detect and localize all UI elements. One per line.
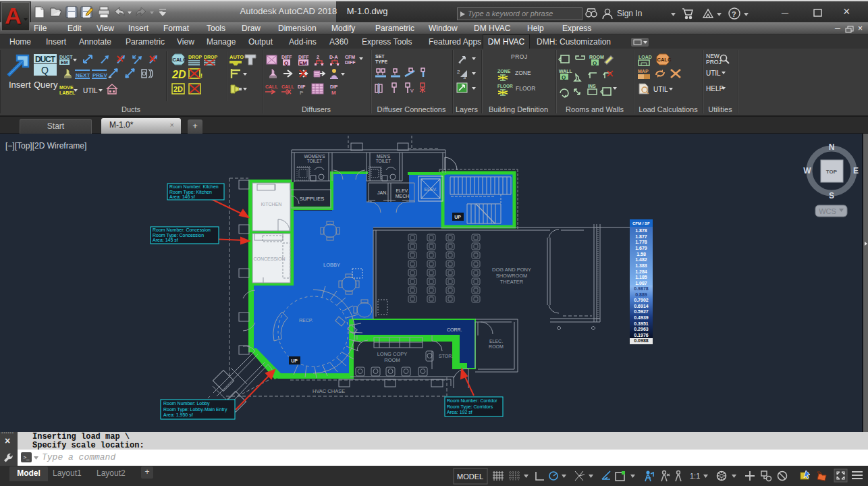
svg-text:2D: 2D — [171, 69, 186, 80]
svg-text:Insert: Insert — [9, 80, 31, 90]
svg-text:CFM: CFM — [345, 55, 355, 59]
svg-text:ROOM: ROOM — [589, 55, 604, 59]
svg-text:M: M — [331, 90, 336, 96]
svg-text:1.679: 1.679 — [635, 246, 647, 250]
svg-text:DUCT: DUCT — [59, 55, 73, 59]
svg-text:SUPPLIES: SUPPLIES — [300, 196, 325, 202]
svg-text:P: P — [300, 90, 304, 96]
svg-text:Room Type: Corridors: Room Type: Corridors — [447, 404, 493, 410]
svg-text:Area: 146 sf: Area: 146 sf — [169, 194, 195, 199]
svg-text:DROP: DROP — [188, 55, 202, 59]
svg-text:SHOWROOM: SHOWROOM — [496, 273, 528, 279]
svg-text:STOR.: STOR. — [439, 354, 453, 358]
svg-text:1.383: 1.383 — [635, 263, 647, 268]
svg-text:RECP.: RECP. — [299, 318, 313, 323]
svg-text:CFM / SF: CFM / SF — [632, 221, 650, 225]
svg-text:Q: Q — [562, 74, 566, 80]
svg-text:CALL: CALL — [265, 84, 278, 89]
svg-text:LOAD: LOAD — [639, 55, 652, 59]
svg-text:1:1: 1:1 — [690, 472, 700, 480]
svg-text:ROOM: ROOM — [384, 357, 400, 363]
svg-text:E: E — [853, 166, 859, 176]
svg-text:3: 3 — [463, 74, 466, 80]
svg-text:TOILET: TOILET — [376, 159, 391, 163]
svg-text:UTIL: UTIL — [653, 86, 668, 93]
svg-text:DIFF: DIFF — [281, 55, 292, 59]
svg-text:ELEV.: ELEV. — [396, 188, 408, 193]
svg-text:MODEL: MODEL — [457, 473, 483, 481]
svg-text:Room Number: Kitchen: Room Number: Kitchen — [169, 184, 219, 189]
svg-text:CONCESSION: CONCESSION — [253, 256, 285, 261]
svg-text:LOBBY: LOBBY — [323, 262, 340, 268]
svg-text:LONG COPY: LONG COPY — [377, 351, 408, 357]
svg-text:Room Number: Concession: Room Number: Concession — [153, 227, 211, 232]
svg-text:WCS: WCS — [819, 207, 836, 215]
svg-text:UTIL: UTIL — [83, 87, 98, 94]
svg-text:DROP: DROP — [204, 55, 218, 59]
svg-text:0.0988: 0.0988 — [634, 338, 649, 343]
svg-text:V: V — [410, 88, 414, 93]
svg-text:0.1976: 0.1976 — [634, 333, 649, 338]
svg-text:TYPE: TYPE — [375, 59, 388, 64]
svg-text:1.284: 1.284 — [635, 269, 647, 274]
svg-text:Q: Q — [41, 65, 49, 76]
svg-text:FLOOR: FLOOR — [497, 84, 513, 88]
svg-text:MOVE: MOVE — [59, 85, 74, 90]
svg-text:TOILET: TOILET — [307, 159, 323, 163]
svg-text:WOMEN'S: WOMEN'S — [304, 154, 325, 159]
svg-text:1.58: 1.58 — [636, 252, 646, 256]
svg-text:D-A: D-A — [329, 55, 337, 59]
svg-text:Room Number: Lobby: Room Number: Lobby — [163, 401, 210, 406]
svg-text:0.889: 0.889 — [635, 292, 647, 297]
svg-text:CALC: CALC — [173, 57, 187, 63]
svg-text:1.778: 1.778 — [635, 240, 647, 244]
svg-text:1.087: 1.087 — [635, 281, 647, 286]
svg-text:Q: Q — [284, 60, 288, 66]
svg-text:ROOM: ROOM — [489, 344, 504, 349]
svg-text:PREV: PREV — [92, 72, 107, 78]
svg-text:TOP: TOP — [826, 169, 838, 175]
svg-text:INS: INS — [588, 84, 596, 88]
svg-text:!: ! — [200, 72, 202, 79]
svg-text:Query: Query — [34, 80, 58, 90]
svg-text:ZONE: ZONE — [515, 70, 531, 76]
svg-text:0.4939: 0.4939 — [634, 315, 649, 320]
svg-text:?: ? — [732, 10, 736, 18]
svg-text:Room Number: Corridor: Room Number: Corridor — [447, 398, 497, 403]
svg-text:MAP: MAP — [638, 69, 649, 74]
svg-text:MEN'S: MEN'S — [377, 154, 391, 159]
svg-text:2D: 2D — [173, 85, 183, 93]
svg-text:DIFF: DIFF — [298, 55, 309, 59]
svg-text:UP: UP — [291, 358, 298, 363]
svg-text:DIF: DIF — [330, 84, 338, 89]
svg-text:Area: 1,950 sf: Area: 1,950 sf — [163, 412, 193, 417]
svg-text:PROJ: PROJ — [706, 59, 722, 65]
svg-text:Area: 192 sf: Area: 192 sf — [447, 410, 472, 414]
svg-text:CORR.: CORR. — [447, 327, 462, 332]
svg-text:1.185: 1.185 — [635, 275, 647, 279]
svg-text:ZONE: ZONE — [497, 69, 511, 74]
svg-text:0.7902: 0.7902 — [634, 298, 649, 302]
svg-text:JAN.: JAN. — [377, 190, 387, 195]
svg-text:LABEL: LABEL — [59, 90, 76, 95]
svg-text:CALC: CALC — [657, 57, 672, 63]
svg-text:0.3951: 0.3951 — [634, 321, 649, 326]
svg-text:1.878: 1.878 — [635, 228, 647, 233]
svg-text:ELEV.: ELEV. — [424, 187, 437, 192]
svg-text:2: 2 — [457, 69, 460, 75]
svg-text:ELEC.: ELEC. — [489, 339, 503, 344]
svg-text:DIFF: DIFF — [345, 60, 356, 65]
svg-text:W: W — [803, 166, 811, 176]
svg-text:EM: EM — [299, 60, 307, 66]
svg-text:KITCHEN: KITCHEN — [261, 202, 282, 207]
svg-text:DOG AND PONY: DOG AND PONY — [492, 267, 531, 273]
svg-text:HVAC CHASE: HVAC CHASE — [313, 388, 345, 394]
svg-text:UTIL: UTIL — [706, 70, 721, 77]
svg-text:2: 2 — [317, 55, 319, 59]
svg-text:0.2963: 0.2963 — [634, 327, 649, 331]
svg-text:CALL: CALL — [281, 84, 294, 89]
svg-text:0.6914: 0.6914 — [634, 304, 649, 308]
svg-text:DIF: DIF — [298, 84, 306, 89]
svg-text:SET: SET — [375, 54, 385, 59]
svg-text:UP: UP — [454, 215, 461, 219]
